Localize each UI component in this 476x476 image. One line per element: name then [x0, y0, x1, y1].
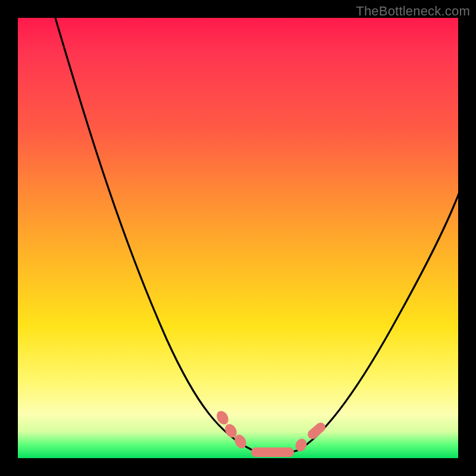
bottleneck-curve [18, 18, 458, 458]
watermark-text: TheBottleneck.com [356, 4, 470, 19]
marker-pill-floor [251, 447, 294, 457]
curve-left-branch [54, 12, 253, 450]
marker-pill-right [306, 421, 327, 441]
chart-frame: TheBottleneck.com [0, 0, 476, 476]
plot-area [18, 18, 458, 458]
curve-right-branch [298, 187, 461, 450]
